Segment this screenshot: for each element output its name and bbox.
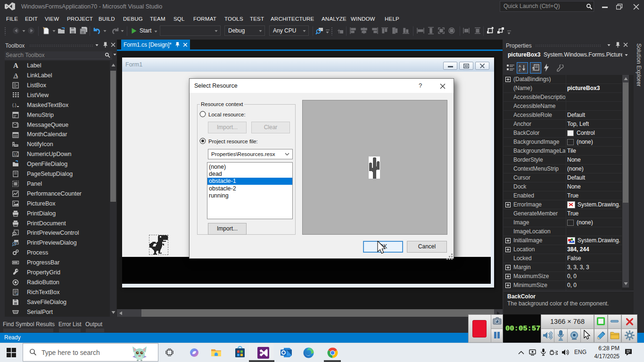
svg-text:12: 12 [13,152,17,156]
svg-text:A: A [14,72,18,79]
svg-text:Z: Z [519,68,521,72]
svg-text:A: A [13,62,18,69]
svg-text:(.): (.) [12,103,17,107]
